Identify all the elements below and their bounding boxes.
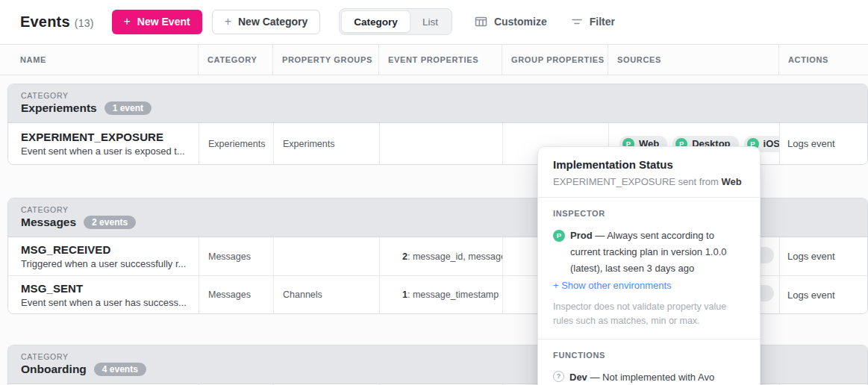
cell-actions[interactable]: Logs event xyxy=(779,237,868,275)
cell-event-properties: 2: message_id, message_type xyxy=(379,237,502,275)
inspector-note: Inspector does not validate property val… xyxy=(553,300,745,328)
category-name[interactable]: Onboarding xyxy=(21,363,87,376)
category-name[interactable]: Experiements xyxy=(21,101,97,115)
filter-icon xyxy=(571,16,583,27)
customize-label: Customize xyxy=(494,16,547,28)
inspector-label: INSPECTOR xyxy=(553,209,745,218)
popover-event-name: EXPERIMENT_EXPOSURE xyxy=(553,176,675,187)
event-name[interactable]: MSG_SENT xyxy=(21,282,83,295)
env-status-text: — Always sent according to current track… xyxy=(570,230,727,274)
tab-list-view[interactable]: List xyxy=(410,10,450,33)
event-description: Event sent when a user has success... xyxy=(21,297,187,308)
column-header-sources[interactable]: SOURCES xyxy=(608,45,778,75)
new-category-button[interactable]: + New Category xyxy=(212,10,321,34)
tab-category-view[interactable]: Category xyxy=(341,10,410,33)
cell-category: Messages xyxy=(199,237,273,275)
category-name[interactable]: Messages xyxy=(21,216,76,229)
event-properties-count: 2 xyxy=(402,251,408,262)
popover-source-name: Web xyxy=(721,176,741,187)
env-name: Prod xyxy=(570,230,593,241)
new-category-label: New Category xyxy=(238,16,307,28)
popover-subtitle: EXPERIMENT_EXPOSURE sent from Web xyxy=(553,176,745,187)
popover-header: Implementation Status EXPERIMENT_EXPOSUR… xyxy=(538,147,760,197)
event-count-badge: 2 events xyxy=(84,216,136,229)
page-title-text: Events xyxy=(20,13,70,30)
cell-event-properties xyxy=(379,123,502,164)
functions-dev-status: ? Dev — Not implemented with Avo Functio… xyxy=(553,369,745,385)
column-header-name[interactable]: NAME xyxy=(0,45,198,75)
event-name[interactable]: MSG_RECEIVED xyxy=(21,243,110,256)
functions-label: FUNCTIONS xyxy=(553,351,745,360)
event-properties-list: : message_id, message_type xyxy=(408,251,502,262)
event-properties-count: 1 xyxy=(402,289,408,300)
customize-button[interactable]: Customize xyxy=(475,16,547,28)
event-name[interactable]: EXPERIMENT_EXPOSURE xyxy=(21,131,163,143)
popover-subtitle-mid: sent from xyxy=(675,176,721,187)
column-header-group-properties[interactable]: GROUP PROPERTIES xyxy=(502,45,608,75)
source-pill-label: iOS xyxy=(764,138,779,149)
column-header-event-properties[interactable]: EVENT PROPERTIES xyxy=(378,45,502,75)
toolbar: Events(13) + New Event + New Category Ca… xyxy=(0,0,868,43)
filter-label: Filter xyxy=(590,16,615,28)
category-label: CATEGORY xyxy=(21,91,867,100)
event-description: Triggered when a user successfully r... xyxy=(21,258,186,269)
table-header: NAME CATEGORY PROPERTY GROUPS EVENT PROP… xyxy=(0,44,868,75)
cell-property-groups: Experiments xyxy=(273,123,379,164)
event-properties-list: : message_timestamp xyxy=(408,289,499,300)
cell-category: Experiements xyxy=(199,123,273,164)
show-other-environments-link[interactable]: + Show other environments xyxy=(553,280,745,291)
cell-event-properties: 1: message_timestamp xyxy=(379,276,502,313)
prod-status-icon: P xyxy=(553,230,565,242)
new-event-label: New Event xyxy=(137,16,190,28)
implementation-status-popover: Implementation Status EXPERIMENT_EXPOSUR… xyxy=(537,146,761,385)
column-header-actions[interactable]: ACTIONS xyxy=(778,45,868,75)
cell-actions[interactable]: Logs event xyxy=(779,276,868,313)
inspector-section: INSPECTOR P Prod — Always sent according… xyxy=(538,198,760,339)
page-title: Events(13) xyxy=(20,13,94,31)
env-name: Dev xyxy=(569,372,587,383)
event-count-badge: 4 events xyxy=(94,363,146,376)
events-count: (13) xyxy=(75,17,94,29)
category-band: CATEGORY Experiements 1 event xyxy=(8,84,867,123)
help-icon: ? xyxy=(553,371,564,382)
events-page: Events(13) + New Event + New Category Ca… xyxy=(0,0,868,385)
column-header-category[interactable]: CATEGORY xyxy=(198,45,272,75)
inspector-prod-status: P Prod — Always sent according to curren… xyxy=(553,228,745,276)
new-event-button[interactable]: + New Event xyxy=(112,10,202,34)
cell-property-groups: Channels xyxy=(273,276,379,313)
filter-button[interactable]: Filter xyxy=(571,16,615,28)
popover-title: Implementation Status xyxy=(553,158,745,171)
columns-icon xyxy=(475,16,487,28)
cell-property-groups xyxy=(273,237,379,275)
functions-section: FUNCTIONS ? Dev — Not implemented with A… xyxy=(538,339,760,385)
cell-actions[interactable]: Logs event xyxy=(779,123,868,164)
plus-icon: + xyxy=(225,16,231,28)
event-description: Event sent when a user is exposed t... xyxy=(21,145,185,157)
env-status-text: — Not implemented with Avo Functions xyxy=(569,372,714,385)
plus-icon: + xyxy=(124,16,131,28)
event-count-badge: 1 event xyxy=(104,101,152,115)
view-toggle: Category List xyxy=(339,8,452,35)
cell-category: Messages xyxy=(199,276,273,313)
column-header-property-groups[interactable]: PROPERTY GROUPS xyxy=(272,45,378,75)
